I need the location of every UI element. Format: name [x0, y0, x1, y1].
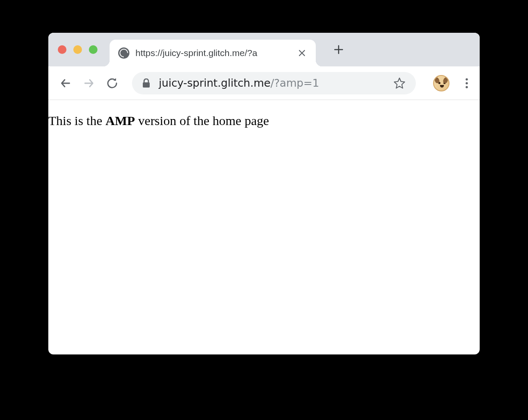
- traffic-lights: [58, 45, 97, 54]
- menu-button[interactable]: [462, 77, 472, 89]
- text-bold: AMP: [106, 113, 135, 128]
- close-icon: [298, 49, 306, 57]
- text-prefix: This is the: [48, 113, 106, 128]
- page-text: This is the AMP version of the home page: [48, 113, 480, 129]
- plus-icon: [333, 44, 344, 55]
- address-bar[interactable]: juicy-sprint.glitch.me/?amp=1: [132, 72, 416, 94]
- svg-point-1: [465, 78, 468, 80]
- close-window-button[interactable]: [58, 45, 66, 54]
- lock-icon: [142, 78, 150, 88]
- tab-title: https://juicy-sprint.glitch.me/?a: [135, 48, 292, 58]
- kebab-icon: [465, 77, 468, 89]
- star-icon: [393, 77, 405, 89]
- page-content: This is the AMP version of the home page: [48, 100, 480, 129]
- back-button[interactable]: [56, 74, 75, 93]
- arrow-right-icon: [82, 77, 95, 90]
- url-host: juicy-sprint.glitch.me: [159, 77, 270, 89]
- new-tab-button[interactable]: [332, 43, 345, 56]
- browser-window: https://juicy-sprint.glitch.me/?a: [48, 33, 480, 354]
- url-text: juicy-sprint.glitch.me/?amp=1: [159, 77, 319, 89]
- reload-button[interactable]: [103, 74, 122, 93]
- minimize-window-button[interactable]: [73, 45, 82, 54]
- browser-toolbar: juicy-sprint.glitch.me/?amp=1: [48, 66, 480, 100]
- browser-tab[interactable]: https://juicy-sprint.glitch.me/?a: [110, 40, 316, 66]
- svg-point-3: [465, 86, 468, 88]
- tab-close-button[interactable]: [297, 48, 307, 58]
- forward-button[interactable]: [79, 74, 98, 93]
- reload-icon: [106, 77, 118, 89]
- tab-strip: https://juicy-sprint.glitch.me/?a: [48, 33, 480, 66]
- text-suffix: version of the home page: [135, 113, 269, 128]
- svg-rect-0: [143, 82, 150, 88]
- globe-icon: [118, 47, 129, 59]
- arrow-left-icon: [59, 77, 72, 90]
- maximize-window-button[interactable]: [89, 45, 97, 54]
- url-query: /?amp=1: [270, 77, 319, 89]
- profile-avatar[interactable]: [433, 75, 449, 91]
- svg-point-2: [465, 82, 468, 84]
- bookmark-button[interactable]: [393, 77, 405, 89]
